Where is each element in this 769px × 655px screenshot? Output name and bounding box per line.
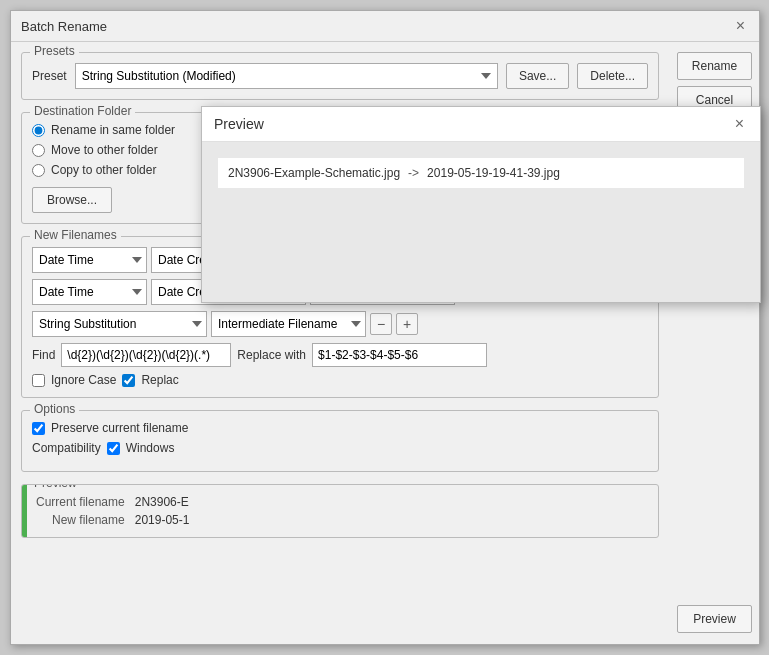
modal-title: Preview (214, 116, 264, 132)
fn-row3-col1[interactable]: String Substitution (32, 311, 207, 337)
find-input[interactable] (61, 343, 231, 367)
fn-row3-col2[interactable]: Intermediate Filename (211, 311, 366, 337)
compatibility-row: Compatibility Windows (32, 441, 648, 455)
modal-close-button[interactable]: × (731, 115, 748, 133)
green-bar (22, 485, 27, 537)
new-filename-value: 2019-05-1 (135, 513, 190, 527)
current-filename-label: Current filename (36, 495, 125, 509)
rename-label[interactable]: Rename in same folder (51, 123, 175, 137)
windows-checkbox[interactable] (107, 442, 120, 455)
ignore-case-checkbox[interactable] (32, 374, 45, 387)
bottom-preview-label: Preview (30, 484, 81, 490)
current-filename-value: 2N3906-E (135, 495, 190, 509)
find-row: Find Replace with (32, 343, 648, 367)
copy-label[interactable]: Copy to other folder (51, 163, 156, 177)
move-radio[interactable] (32, 144, 45, 157)
filename-row-3: String Substitution Intermediate Filenam… (32, 311, 648, 337)
preview-file-row: 2N3906-Example-Schematic.jpg -> 2019-05-… (218, 158, 744, 188)
preview-old-filename: 2N3906-Example-Schematic.jpg (228, 166, 400, 180)
replace-label: Replace with (237, 348, 306, 362)
replace-input[interactable] (312, 343, 487, 367)
presets-group: Presets Preset String Substitution (Modi… (21, 52, 659, 100)
window-title: Batch Rename (21, 19, 107, 34)
preview-keys: Current filename New filename (36, 495, 125, 527)
presets-row: Preset String Substitution (Modified) Sa… (32, 63, 648, 89)
row3-plus-button[interactable]: + (396, 313, 418, 335)
ignore-case-label[interactable]: Ignore Case (51, 373, 116, 387)
preview-modal: Preview × 2N3906-Example-Schematic.jpg -… (201, 106, 761, 303)
delete-button[interactable]: Delete... (577, 63, 648, 89)
compatibility-label: Compatibility (32, 441, 101, 455)
row3-minus-button[interactable]: − (370, 313, 392, 335)
copy-radio[interactable] (32, 164, 45, 177)
preview-button[interactable]: Preview (677, 605, 752, 633)
fn-row1-col1[interactable]: Date Time (32, 247, 147, 273)
preview-arrow: -> (408, 166, 419, 180)
presets-group-label: Presets (30, 44, 79, 58)
new-filename-label: New filename (36, 513, 125, 527)
rename-radio[interactable] (32, 124, 45, 137)
new-filenames-label: New Filenames (30, 228, 121, 242)
preset-select[interactable]: String Substitution (Modified) (75, 63, 498, 89)
modal-title-bar: Preview × (202, 107, 760, 142)
destination-group-label: Destination Folder (30, 104, 135, 118)
save-button[interactable]: Save... (506, 63, 569, 89)
options-group: Options Preserve current filename Compat… (21, 410, 659, 472)
modal-body: 2N3906-Example-Schematic.jpg -> 2019-05-… (202, 142, 760, 302)
window-close-button[interactable]: × (732, 17, 749, 35)
browse-button[interactable]: Browse... (32, 187, 112, 213)
fn-row2-col1[interactable]: Date Time (32, 279, 147, 305)
replace-check-label[interactable]: Replac (141, 373, 178, 387)
preserve-label[interactable]: Preserve current filename (51, 421, 188, 435)
preview-content: Current filename New filename 2N3906-E 2… (36, 495, 648, 527)
preset-label: Preset (32, 69, 67, 83)
find-label: Find (32, 348, 55, 362)
rename-button[interactable]: Rename (677, 52, 752, 80)
checkbox-row: Ignore Case Replac (32, 373, 648, 387)
preview-new-filename: 2019-05-19-19-41-39.jpg (427, 166, 560, 180)
options-group-label: Options (30, 402, 79, 416)
title-bar: Batch Rename × (11, 11, 759, 42)
preserve-checkbox[interactable] (32, 422, 45, 435)
replace-checkbox[interactable] (122, 374, 135, 387)
main-window: Batch Rename × Presets Preset String Sub… (10, 10, 760, 645)
bottom-preview-group: Preview Current filename New filename 2N… (21, 484, 659, 538)
preserve-row: Preserve current filename (32, 421, 648, 435)
preview-values: 2N3906-E 2019-05-1 (135, 495, 190, 527)
windows-label[interactable]: Windows (126, 441, 175, 455)
move-label[interactable]: Move to other folder (51, 143, 158, 157)
